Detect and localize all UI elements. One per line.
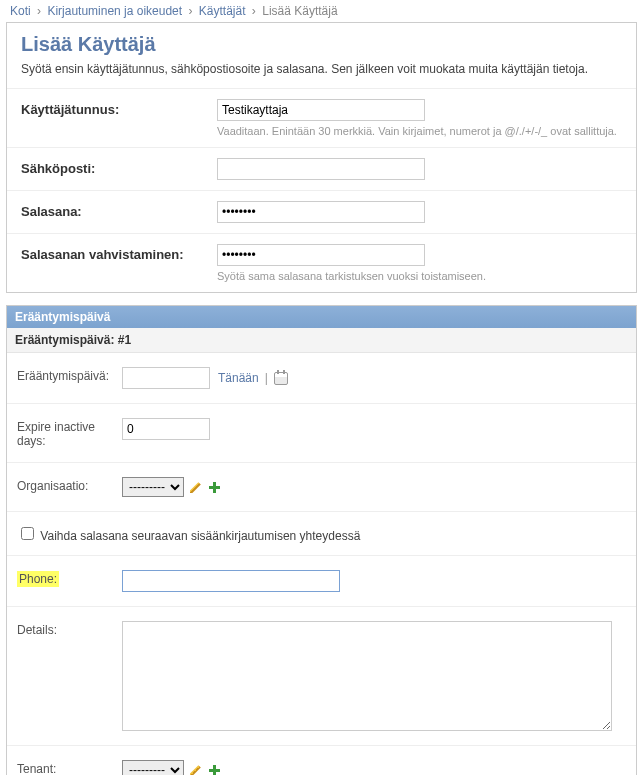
- username-help: Vaaditaan. Enintään 30 merkkiä. Vain kir…: [217, 125, 622, 137]
- breadcrumb-current: Lisää Käyttäjä: [262, 4, 337, 18]
- organisation-select[interactable]: ---------: [122, 477, 184, 497]
- email-label: Sähköposti:: [21, 158, 217, 176]
- password-input[interactable]: [217, 201, 425, 223]
- change-password-row[interactable]: Vaihda salasana seuraavan sisäänkirjautu…: [17, 529, 360, 543]
- password-confirm-help: Syötä sama salasana tarkistuksen vuoksi …: [217, 270, 622, 282]
- tenant-select[interactable]: ---------: [122, 760, 184, 775]
- add-icon[interactable]: [208, 481, 221, 494]
- page-title: Lisää Käyttäjä: [21, 33, 622, 56]
- breadcrumb-home[interactable]: Koti: [10, 4, 31, 18]
- main-form-panel: Lisää Käyttäjä Syötä ensin käyttäjätunnu…: [6, 22, 637, 293]
- password-label: Salasana:: [21, 201, 217, 219]
- expiry-module-title: Erääntymispäivä: [7, 306, 636, 328]
- username-input[interactable]: [217, 99, 425, 121]
- expire-inactive-label: Expire inactive days:: [17, 418, 122, 448]
- expiry-date-input[interactable]: [122, 367, 210, 389]
- breadcrumb-users[interactable]: Käyttäjät: [199, 4, 246, 18]
- phone-label: Phone:: [17, 570, 122, 586]
- expire-inactive-input[interactable]: [122, 418, 210, 440]
- calendar-icon[interactable]: [274, 372, 288, 385]
- organisation-label: Organisaatio:: [17, 477, 122, 493]
- phone-input[interactable]: [122, 570, 340, 592]
- breadcrumb: Koti › Kirjautuminen ja oikeudet › Käytt…: [0, 0, 643, 22]
- add-icon[interactable]: [208, 764, 221, 776]
- change-password-label: Vaihda salasana seuraavan sisäänkirjautu…: [40, 529, 360, 543]
- password-confirm-label: Salasanan vahvistaminen:: [21, 244, 217, 262]
- expiry-sub-title: Erääntymispäivä: #1: [7, 328, 636, 353]
- tenant-label: Tenant:: [17, 760, 122, 775]
- details-textarea[interactable]: [122, 621, 612, 731]
- breadcrumb-auth[interactable]: Kirjautuminen ja oikeudet: [47, 4, 182, 18]
- username-label: Käyttäjätunnus:: [21, 99, 217, 117]
- edit-icon[interactable]: [190, 481, 202, 493]
- password-confirm-input[interactable]: [217, 244, 425, 266]
- expiry-date-label: Erääntymispäivä:: [17, 367, 122, 383]
- details-label: Details:: [17, 621, 122, 637]
- expiry-module: Erääntymispäivä Erääntymispäivä: #1 Erää…: [6, 305, 637, 775]
- edit-icon[interactable]: [190, 764, 202, 775]
- page-subtitle: Syötä ensin käyttäjätunnus, sähköpostios…: [21, 62, 622, 76]
- today-link[interactable]: Tänään: [218, 371, 259, 385]
- change-password-checkbox[interactable]: [21, 527, 34, 540]
- email-input[interactable]: [217, 158, 425, 180]
